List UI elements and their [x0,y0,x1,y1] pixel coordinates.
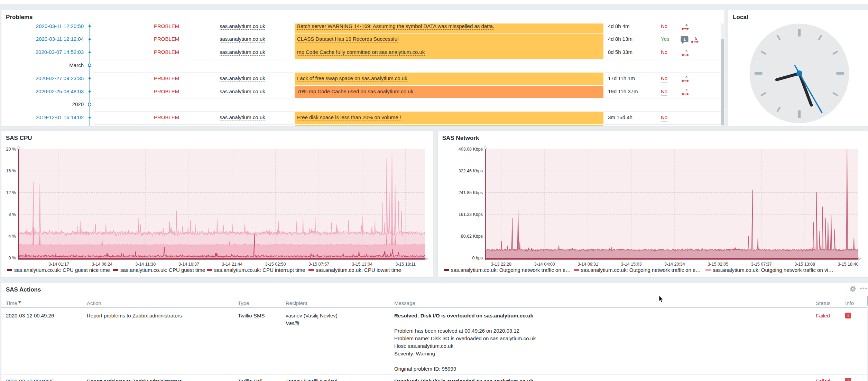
svg-text:3-14 09:31: 3-14 09:31 [578,262,598,267]
svg-text:1: 1 [683,37,686,42]
svg-text:4: 4 [685,75,688,79]
svg-text:4: 4 [685,88,688,93]
svg-text:241.85 Kbps: 241.85 Kbps [458,190,482,195]
svg-text:3-14 20:34: 3-14 20:34 [664,262,685,267]
svg-text:3-15 02:05: 3-15 02:05 [708,262,728,267]
svg-text:3-14 01:17: 3-14 01:17 [48,262,69,267]
svg-text:3-15 18:11: 3-15 18:11 [395,262,416,267]
svg-text:0 %: 0 % [8,256,16,260]
svg-text:3-15 07:57: 3-15 07:57 [308,262,329,267]
svg-text:3-14 21:44: 3-14 21:44 [222,262,242,267]
svg-text:3-15 13:04: 3-15 13:04 [352,262,372,267]
svg-text:3-14 11:30: 3-14 11:30 [135,262,156,267]
svg-text:8 %: 8 % [8,212,16,217]
svg-text:16 %: 16 % [6,169,16,173]
svg-text:5: 5 [695,36,697,40]
svg-text:161.23 Kbps: 161.23 Kbps [458,212,482,217]
svg-text:3-14 16:37: 3-14 16:37 [178,262,199,267]
svg-text:3-14 06:24: 3-14 06:24 [92,262,112,267]
svg-text:12 %: 12 % [6,190,16,195]
svg-text:3-15 13:08: 3-15 13:08 [794,262,815,267]
svg-text:4 %: 4 % [8,234,16,239]
svg-text:3-15 02:50: 3-15 02:50 [265,262,286,267]
svg-text:4: 4 [685,49,688,54]
svg-text:3-14 15:03: 3-14 15:03 [621,262,641,267]
svg-text:80.62 Kbps: 80.62 Kbps [461,234,482,239]
svg-text:4: 4 [685,23,688,27]
svg-text:20 %: 20 % [6,147,16,152]
svg-text:3-13 22:28: 3-13 22:28 [491,262,511,267]
svg-text:0 bps: 0 bps [472,256,483,260]
svg-text:322.46 Kbps: 322.46 Kbps [458,169,482,173]
svg-text:3-15 18:40: 3-15 18:40 [838,262,858,267]
svg-text:403.08 Kbps: 403.08 Kbps [458,147,482,152]
svg-text:3-14 04:00: 3-14 04:00 [534,262,555,267]
svg-text:3-15 07:37: 3-15 07:37 [751,262,772,267]
